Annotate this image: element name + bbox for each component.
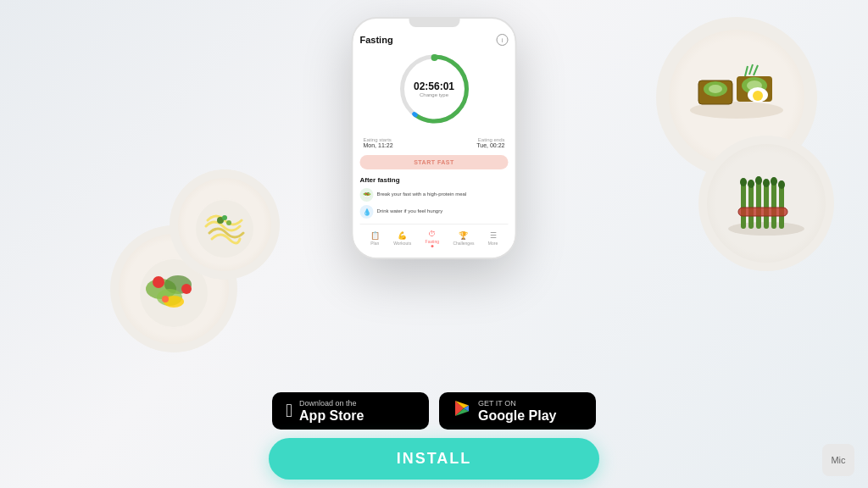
more-icon: ☰ — [490, 231, 497, 240]
svg-line-11 — [749, 64, 753, 75]
appstore-text: Download on the App Store — [299, 400, 364, 423]
more-label: More — [488, 241, 498, 246]
svg-rect-18 — [771, 181, 776, 229]
svg-rect-15 — [748, 184, 754, 229]
eating-times: Eating starts Mon, 11:22 Eating ends Tue… — [360, 137, 509, 148]
plan-icon: 📋 — [370, 231, 380, 240]
svg-point-34 — [181, 284, 192, 294]
timer-section: 12 02:56:01 Change type — [360, 51, 509, 130]
svg-rect-17 — [764, 183, 769, 229]
eating-starts-value: Mon, 11:22 — [364, 142, 393, 148]
tip-text-2: Drink water if you feel hungry — [377, 208, 443, 215]
svg-rect-19 — [779, 185, 784, 229]
svg-rect-16 — [756, 180, 761, 229]
svg-point-22 — [740, 178, 747, 186]
challenges-icon: 🏆 — [459, 231, 468, 240]
svg-rect-14 — [741, 182, 746, 229]
eating-starts: Eating starts Mon, 11:22 — [364, 137, 393, 148]
tip-item-2: 💧 Drink water if you feel hungry — [360, 205, 509, 219]
plan-label: Plan — [370, 241, 379, 246]
after-fasting-title: After fasting — [360, 176, 509, 184]
svg-line-12 — [754, 65, 758, 75]
googleplay-large-text: Google Play — [478, 409, 556, 423]
fasting-label: Fasting — [426, 239, 439, 244]
screen-header: Fasting i — [360, 34, 509, 46]
svg-point-9 — [753, 91, 763, 101]
eating-ends-value: Tue, 00:22 — [476, 142, 504, 148]
googleplay-small-text: GET IT ON — [478, 400, 556, 408]
bottom-section:  Download on the App Store GET IT ON Go… — [256, 392, 612, 480]
googleplay-button[interactable]: GET IT ON Google Play — [439, 392, 596, 430]
svg-point-26 — [771, 177, 777, 186]
eating-ends: Eating ends Tue, 00:22 — [476, 137, 504, 148]
svg-point-25 — [763, 179, 770, 187]
phone-mockup: Fasting i 12 — [352, 17, 517, 259]
svg-rect-20 — [738, 208, 787, 216]
challenges-label: Challenges — [453, 241, 474, 246]
screen-title: Fasting — [360, 35, 393, 45]
timer-display: 02:56:01 — [414, 80, 454, 92]
appstore-button[interactable]:  Download on the App Store — [272, 392, 429, 430]
nav-plan[interactable]: 📋 Plan — [370, 231, 380, 246]
store-buttons:  Download on the App Store GET IT ON Go… — [272, 392, 596, 430]
svg-point-40 — [226, 220, 231, 225]
appstore-small-text: Download on the — [299, 400, 364, 408]
svg-point-41 — [222, 215, 227, 220]
start-fast-button[interactable]: START FAST — [360, 155, 509, 169]
fasting-icon: ⏱ — [428, 230, 436, 238]
nav-fasting[interactable]: ⏱ Fasting — [426, 230, 439, 247]
svg-point-36 — [162, 296, 169, 302]
tip-item-1: 🥗 Break your fast with a high-protein me… — [360, 188, 509, 202]
svg-point-24 — [755, 176, 762, 185]
workouts-icon: 💪 — [398, 231, 407, 240]
svg-point-27 — [778, 180, 785, 189]
tip-text-1: Break your fast with a high-protein meal — [377, 191, 467, 198]
svg-line-10 — [745, 66, 748, 76]
apple-icon:  — [286, 400, 292, 422]
tip-icon-protein: 🥗 — [360, 188, 374, 202]
nav-workouts[interactable]: 💪 Workouts — [393, 231, 411, 246]
workouts-label: Workouts — [393, 241, 411, 246]
svg-point-4 — [709, 85, 722, 93]
nav-challenges[interactable]: 🏆 Challenges — [453, 231, 474, 246]
googleplay-text: GET IT ON Google Play — [478, 400, 556, 423]
appstore-large-text: App Store — [299, 409, 364, 423]
phone-screen: Fasting i 12 — [352, 17, 517, 259]
googleplay-icon — [453, 399, 471, 423]
food-plate-mid-right — [698, 136, 834, 271]
change-type: Change type — [414, 92, 454, 97]
food-plate-mid-left — [170, 169, 280, 280]
svg-point-33 — [153, 276, 164, 288]
tip-icon-water: 💧 — [360, 205, 374, 219]
mic-badge[interactable]: Mic — [822, 444, 854, 476]
nav-more[interactable]: ☰ More — [488, 231, 498, 246]
timer-circle: 12 02:56:01 Change type — [396, 51, 472, 127]
info-icon[interactable]: i — [497, 34, 509, 46]
bottom-nav: 📋 Plan 💪 Workouts ⏱ Fasting 🏆 Challenges — [360, 224, 509, 251]
install-button[interactable]: INSTALL — [269, 438, 599, 480]
svg-point-23 — [748, 180, 754, 188]
active-indicator — [431, 245, 433, 247]
phone-notch — [409, 19, 459, 27]
